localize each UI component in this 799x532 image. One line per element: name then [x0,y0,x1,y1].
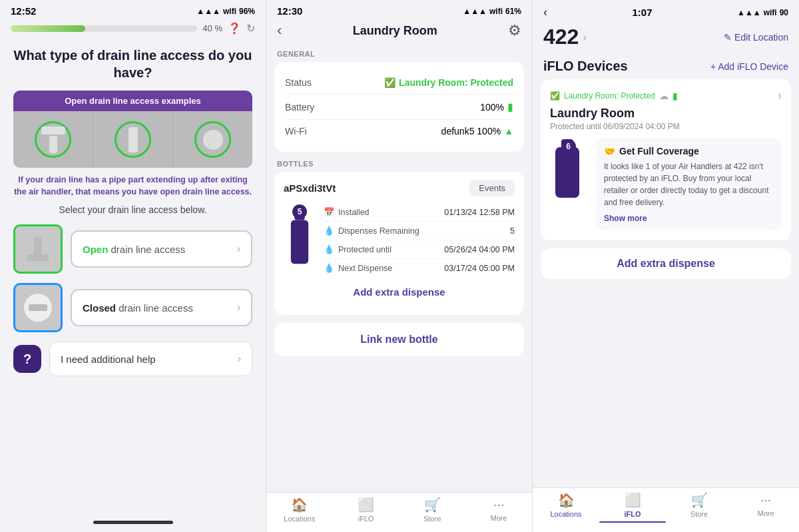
open-drain-button-label: Open drain line access [83,244,185,255]
more-icon-3: ··· [760,492,772,507]
device-bottle-badge: 6 [561,139,576,154]
tab-more-2[interactable]: ··· More [465,497,532,523]
tab-store-2[interactable]: 🛒 Store [400,497,466,523]
protected-label: 💧 Protected until [324,244,392,254]
tab-iflo-3[interactable]: ⬜ iFLO [599,492,666,523]
wifi-icon-2: wifi [489,7,503,16]
pipe-straight [129,127,138,152]
coverage-title: 🤝 Get Full Coverage [604,146,774,156]
add-extra-dispense-button-2[interactable]: Add extra dispense [284,277,515,307]
battery-value: 100% ▮ [480,101,513,113]
status-check-icon: ✅ [384,77,396,88]
bottle-body: 5 📅 Installed 01/13/24 12:58 PM [284,203,515,277]
closed-bold: Closed [83,302,116,314]
add-extra-dispense-button-3[interactable]: Add extra dispense [550,258,782,270]
panel2-tab-bar: 🏠 Locations ⬜ iFLO 🛒 Store ··· More [266,492,532,532]
open-drain-button[interactable]: Open drain line access › [71,230,252,268]
status-icons-2: ▲▲▲ wifi 61% [463,7,521,16]
installed-label: 📅 Installed [324,207,370,217]
status-bar-3: ‹ 1:07 ▲▲▲ wifi 90 [533,0,799,22]
status-bar-1: 12:52 ▲▲▲ wifi 96% [0,0,266,19]
status-bar-2: 12:30 ▲▲▲ wifi 61% [266,0,532,19]
tab-locations-3[interactable]: 🏠 Locations [533,492,599,523]
tab-locations-label-3: Locations [550,510,581,518]
tab-store-label-3: Store [690,510,708,518]
battery-bar-icon: ▮ [672,91,678,101]
protected-text: Protected until [338,245,392,254]
progress-row: 40 % ❓ ↻ [0,19,266,40]
select-drain-label: Select your drain line access below. [13,204,252,215]
tab-more-3[interactable]: ··· More [732,492,799,523]
iflo-devices-title: iFLO Devices [543,59,628,74]
wifi-icon-3: wifi [764,8,777,17]
tab-iflo-2[interactable]: ⬜ iFLO [333,497,400,523]
back-arrow-3[interactable]: ‹ [543,5,547,19]
back-button[interactable]: ‹ [277,22,282,39]
drain-example-1 [13,111,93,168]
show-more-button[interactable]: Show more [604,214,774,223]
pipe-circle-2 [115,121,151,158]
panel-laundry-room: 12:30 ▲▲▲ wifi 61% ‹ Laundry Room ⚙ GENE… [266,0,533,532]
wifi-icon: wifi [223,7,236,16]
battery-icon-2: 61% [505,7,521,16]
remaining-text: Dispenses Remaining [338,226,419,236]
drain-open-desc: If your drain line has a pipe part exten… [13,174,252,198]
status-dot-icon: ✅ [550,91,560,101]
device-body: 6 🤝 Get Full Coverage It looks like 1 of… [550,138,782,231]
bottle-card-header: aPSxdi3tVt Events [284,180,515,196]
open-bold: Open [83,244,108,255]
laundry-room-header: ‹ Laundry Room ⚙ [266,19,532,45]
refresh-icon[interactable]: ↻ [246,22,255,35]
wifi-text: defunk5 100% [441,126,501,136]
open-pipe-h [27,254,49,261]
link-new-bottle-button[interactable]: Link new bottle [274,323,524,356]
help-button[interactable]: I need additional help › [49,342,252,376]
edit-location-button[interactable]: ✎ Edit Location [724,32,788,43]
drop-icon-3: 💧 [324,263,334,273]
add-extra-dispense-card: Add extra dispense [541,248,791,279]
pipe-vertical [49,136,57,153]
time-1: 12:52 [11,5,36,17]
device-bottle-visual: 6 [550,138,587,201]
next-text: Next Dispense [338,264,392,273]
device-card: ✅ Laundry Room: Protected ☁ ▮ › Laundry … [541,79,791,240]
battery-icon: 96% [239,7,255,16]
tab-store-3[interactable]: 🛒 Store [666,492,732,523]
bottle-number-badge: 5 [292,204,307,219]
help-circle-icon[interactable]: ❓ [228,22,241,35]
status-row: Status ✅ Laundry Room: Protected [285,71,513,95]
panel-drain-type: 12:52 ▲▲▲ wifi 96% 40 % ❓ ↻ What type of… [0,0,266,532]
pencil-icon: ✎ [724,32,732,43]
closed-pipe-shape [24,294,52,322]
open-examples-label: Open drain line access examples [13,91,252,111]
closed-drain-button[interactable]: Closed drain line access › [71,289,252,326]
closed-drain-button-label: Closed drain line access [83,302,193,314]
events-button[interactable]: Events [469,180,515,196]
device-protected-text: Protected until 06/09/2024 04:00 PM [550,122,782,131]
closed-drain-option-row: Closed drain line access › [13,283,252,332]
panel3-header-row: iFLO Devices + Add iFLO Device [533,56,799,79]
drop-icon-2: 💧 [324,244,334,254]
drain-example-3 [173,111,252,168]
add-iflo-button[interactable]: + Add iFLO Device [710,61,788,72]
bottle-card: aPSxdi3tVt Events 5 📅 Installed [274,172,524,315]
more-icon-2: ··· [493,497,505,512]
panel2-scroll: GENERAL Status ✅ Laundry Room: Protected… [266,45,532,492]
drain-example-2 [93,111,173,168]
bottle-svg [284,214,316,267]
next-value: 03/17/24 05:00 PM [444,264,515,273]
home-icon-3: 🏠 [558,492,575,508]
tab-locations-2[interactable]: 🏠 Locations [266,497,333,523]
cloud-icon: ☁ [659,91,668,101]
tab-more-label-3: More [757,509,774,517]
general-section-label: GENERAL [277,50,521,58]
home-bar-1 [93,521,173,524]
time-3: 1:07 [632,7,652,18]
panel1-content: What type of drain line access do you ha… [0,40,266,512]
active-tab-indicator [599,521,666,523]
open-drain-option-row: Open drain line access › [13,224,252,274]
wifi-value: defunk5 100% ▲ [441,126,513,136]
edit-location-label: Edit Location [734,32,788,43]
settings-gear-icon[interactable]: ⚙ [508,22,521,39]
tab-iflo-label-3: iFLO [624,510,641,518]
